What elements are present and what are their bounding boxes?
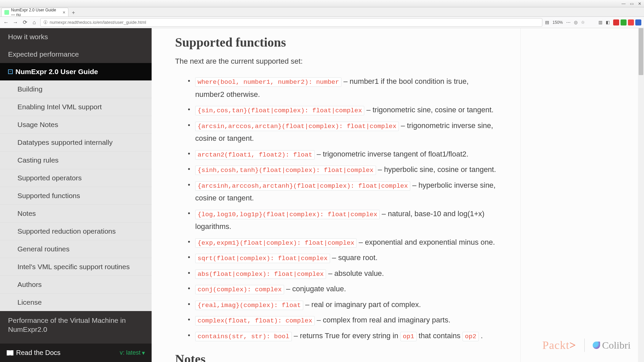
toolbar-right: ▤ 150% ⋯ ◎ ☆ ▥ ◧ bbox=[545, 19, 641, 25]
scroll-thumb[interactable] bbox=[639, 28, 643, 75]
code-literal: sqrt(float|complex): float|complex bbox=[195, 254, 330, 263]
function-item: {log,log10,log1p}(float|complex): float|… bbox=[195, 207, 497, 233]
page: How it works Expected performance − NumE… bbox=[0, 28, 644, 362]
watermark: Packt> Colibri bbox=[542, 339, 631, 352]
code-literal: {sinh,cosh,tanh}(float|complex): float|c… bbox=[195, 166, 376, 175]
sidebar-item[interactable]: Performance of the Virtual Machine in Nu… bbox=[0, 311, 152, 339]
sidebar-toggle-icon[interactable]: ◧ bbox=[606, 20, 610, 25]
sidebar-subitem[interactable]: Enabling Intel VML support bbox=[0, 98, 152, 116]
sidebar-current-label: NumExpr 2.0 User Guide bbox=[15, 68, 98, 76]
tab-favicon bbox=[4, 10, 9, 15]
packt-logo: Packt> bbox=[542, 339, 576, 352]
sidebar-subitem[interactable]: Casting rules bbox=[0, 152, 152, 169]
code-literal: conj(complex): complex bbox=[195, 285, 284, 294]
code-literal: {real,imag}(complex): float bbox=[195, 301, 303, 310]
window-maximize-button[interactable]: ▭ bbox=[629, 1, 634, 6]
sidebar-item[interactable]: NumExpr with Intel MKL bbox=[0, 339, 152, 344]
sidebar-subitem[interactable]: Supported operators bbox=[0, 169, 152, 187]
tab-strip: NumExpr 2.0 User Guide — nu × + bbox=[0, 7, 644, 17]
more-actions-icon[interactable]: ⋯ bbox=[566, 20, 571, 25]
extension-icon[interactable] bbox=[635, 19, 641, 25]
book-icon bbox=[7, 350, 13, 356]
bookmark-icon[interactable]: ☆ bbox=[581, 20, 585, 25]
rtd-label: Read the Docs bbox=[16, 349, 60, 357]
reload-button[interactable]: ⟳ bbox=[21, 19, 28, 26]
code-literal: where(bool, number1, number2): number bbox=[195, 77, 341, 87]
zoom-level[interactable]: 150% bbox=[552, 20, 563, 25]
url-text: numexpr.readthedocs.io/en/latest/user_gu… bbox=[50, 20, 146, 25]
code-literal: {arcsin,arccos,arctan}(float|complex): f… bbox=[195, 122, 399, 131]
code-literal: complex(float, float): complex bbox=[195, 316, 315, 325]
code-literal: abs(float|complex): float|complex bbox=[195, 269, 326, 279]
code-literal: op2 bbox=[463, 332, 479, 341]
function-item: {sinh,cosh,tanh}(float|complex): float|c… bbox=[195, 163, 497, 176]
reader-mode-icon[interactable]: ▤ bbox=[545, 20, 549, 25]
function-item: {real,imag}(complex): float – real or im… bbox=[195, 298, 497, 311]
sidebar-item[interactable]: Expected performance bbox=[0, 46, 152, 63]
forward-button[interactable]: → bbox=[12, 19, 19, 26]
browser-tab[interactable]: NumExpr 2.0 User Guide — nu × bbox=[1, 8, 68, 16]
tab-title: NumExpr 2.0 User Guide — nu bbox=[11, 8, 61, 17]
new-tab-button[interactable]: + bbox=[70, 9, 77, 16]
sidebar-subitem[interactable]: Notes bbox=[0, 205, 152, 223]
function-list: where(bool, number1, number2): number – … bbox=[175, 75, 497, 342]
window-minimize-button[interactable]: — bbox=[621, 1, 626, 6]
sidebar-subnav: Building Enabling Intel VML support Usag… bbox=[0, 80, 152, 311]
code-literal: {arcsinh,arccosh,arctanh}(float|complex)… bbox=[195, 181, 410, 191]
address-bar[interactable]: 🛈 numexpr.readthedocs.io/en/latest/user_… bbox=[40, 18, 542, 27]
function-item: where(bool, number1, number2): number – … bbox=[195, 75, 497, 101]
sidebar-item[interactable]: How it works bbox=[0, 28, 152, 46]
window-title-bar: — ▭ ✕ bbox=[0, 0, 644, 7]
scrollbar[interactable] bbox=[638, 28, 644, 362]
browser-toolbar: ← → ⟳ ⌂ 🛈 numexpr.readthedocs.io/en/late… bbox=[0, 17, 644, 28]
content-area: Supported functions The next are the cur… bbox=[152, 28, 644, 362]
sidebar-subitem[interactable]: Usage Notes bbox=[0, 116, 152, 134]
window-close-button[interactable]: ✕ bbox=[637, 1, 642, 6]
function-item: abs(float|complex): float|complex – abso… bbox=[195, 267, 497, 280]
home-button[interactable]: ⌂ bbox=[31, 19, 38, 26]
code-literal: op1 bbox=[400, 332, 417, 341]
rtd-version-bar[interactable]: Read the Docs v: latest ▾ bbox=[0, 344, 152, 362]
code-literal: {exp,expm1}(float|complex): float|comple… bbox=[195, 238, 357, 248]
sidebar-subitem[interactable]: Datatypes supported internally bbox=[0, 134, 152, 152]
library-icon[interactable]: ▥ bbox=[598, 20, 602, 25]
divider bbox=[584, 339, 585, 352]
function-item: sqrt(float|complex): float|complex – squ… bbox=[195, 251, 497, 264]
code-literal: {sin,cos,tan}(float|complex): float|comp… bbox=[195, 106, 364, 115]
sidebar-subitem[interactable]: Supported reduction operations bbox=[0, 223, 152, 240]
bird-icon bbox=[593, 342, 600, 349]
function-item: complex(float, float): complex – complex… bbox=[195, 314, 497, 327]
function-item: contains(str, str): bool – returns True … bbox=[195, 329, 497, 343]
colibri-logo: Colibri bbox=[593, 340, 631, 351]
code-literal: arctan2(float1, float2): float bbox=[195, 150, 315, 160]
sidebar-subitem[interactable]: License bbox=[0, 294, 152, 311]
sidebar-subitem[interactable]: General routines bbox=[0, 240, 152, 258]
function-item: arctan2(float1, float2): float – trigono… bbox=[195, 148, 497, 161]
protection-icon[interactable]: ◎ bbox=[574, 20, 578, 25]
sidebar-subitem[interactable]: Supported functions bbox=[0, 187, 152, 205]
caret-down-icon: ▾ bbox=[142, 349, 145, 357]
notes-heading: Notes bbox=[175, 352, 497, 362]
intro-text: The next are the current supported set: bbox=[175, 57, 497, 66]
extension-icons bbox=[613, 19, 641, 25]
sidebar-item-current[interactable]: − NumExpr 2.0 User Guide bbox=[0, 63, 152, 80]
version-selector[interactable]: v: latest ▾ bbox=[120, 349, 145, 357]
collapse-icon[interactable]: − bbox=[8, 69, 13, 74]
lock-icon: 🛈 bbox=[43, 20, 48, 25]
code-literal: {log,log10,log1p}(float|complex): float|… bbox=[195, 210, 380, 219]
tab-close-button[interactable]: × bbox=[63, 10, 65, 15]
sidebar-subitem[interactable]: Authors bbox=[0, 276, 152, 294]
extension-icon[interactable] bbox=[628, 19, 634, 25]
function-item: {exp,expm1}(float|complex): float|comple… bbox=[195, 236, 497, 249]
function-item: {arcsinh,arccosh,arctanh}(float|complex)… bbox=[195, 179, 497, 205]
extension-icon[interactable] bbox=[613, 19, 619, 25]
function-item: {sin,cos,tan}(float|complex): float|comp… bbox=[195, 104, 497, 117]
extension-icon[interactable] bbox=[621, 19, 627, 25]
function-item: conj(complex): complex – conjugate value… bbox=[195, 283, 497, 296]
sidebar: How it works Expected performance − NumE… bbox=[0, 28, 152, 362]
sidebar-subitem[interactable]: Building bbox=[0, 80, 152, 98]
sidebar-subitem[interactable]: Intel's VML specific support routines bbox=[0, 258, 152, 276]
page-heading: Supported functions bbox=[175, 35, 497, 50]
code-literal: contains(str, str): bool bbox=[195, 332, 292, 341]
back-button[interactable]: ← bbox=[3, 19, 9, 26]
